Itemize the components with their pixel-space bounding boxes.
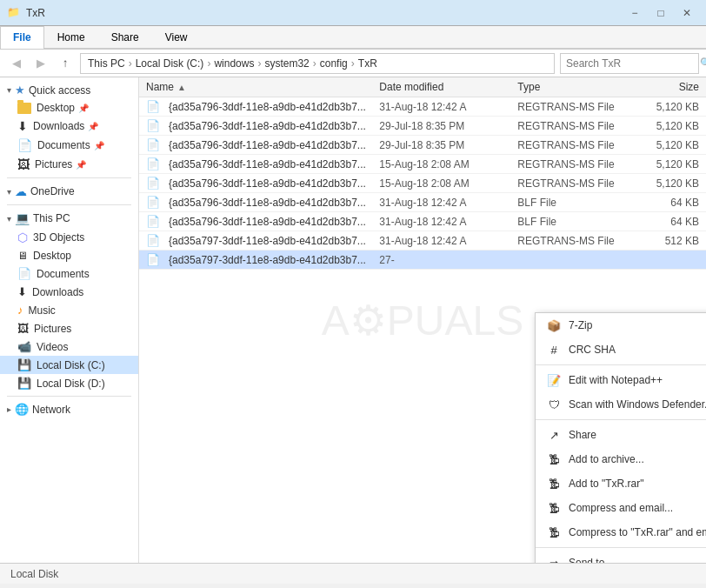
sidebar-item-documents[interactable]: 📄 Documents 📌 <box>0 136 138 155</box>
quick-access-header[interactable]: ▾ ★ Quick access <box>0 81 138 99</box>
context-menu-item-compress_rar_email[interactable]: 🗜 Compress to "TxR.rar" and email <box>536 520 706 545</box>
col-header-name[interactable]: Name ▲ <box>146 81 379 93</box>
path-windows[interactable]: windows <box>214 57 254 70</box>
sidebar-divider-2 <box>7 204 131 205</box>
sidebar-item-pictures[interactable]: 🖼 Pictures 📌 <box>0 155 138 174</box>
back-button[interactable]: ◀ <box>7 54 26 73</box>
sidebar-item-downloads-pc[interactable]: ⬇ Downloads <box>0 283 138 301</box>
path-thispc[interactable]: This PC <box>88 57 125 70</box>
context-menu-item-sendto[interactable]: ➡ Send to ▶ <box>536 551 706 563</box>
file-row[interactable]: 📄 {ad35a796-3ddf-11e8-a9db-e41d2db3b7...… <box>139 97 706 117</box>
file-row[interactable]: 📄 {ad35a797-3ddf-11e8-a9db-e41d2db3b7...… <box>139 231 706 251</box>
forward-button[interactable]: ▶ <box>31 54 50 73</box>
this-pc-header[interactable]: ▾ 💻 This PC <box>0 209 138 228</box>
onedrive-label: OneDrive <box>30 185 75 197</box>
network-header[interactable]: ▸ 🌐 Network <box>0 400 138 418</box>
file-icon: 📄 <box>146 253 160 266</box>
tab-share[interactable]: Share <box>98 26 152 48</box>
quick-access-icon: ★ <box>15 84 25 97</box>
file-size: 5,120 KB <box>630 158 700 170</box>
disk-c-icon: 💾 <box>17 358 31 371</box>
file-date: 27- <box>379 254 517 266</box>
col-header-type[interactable]: Type <box>517 81 629 93</box>
file-type: REGTRANS-MS File <box>517 235 629 247</box>
path-txr[interactable]: TxR <box>358 57 377 70</box>
context-menu-item-scandefender[interactable]: 🛡 Scan with Windows Defender... <box>536 392 706 417</box>
path-config[interactable]: config <box>320 57 348 70</box>
ribbon-tabs: File Home Share View <box>0 26 706 49</box>
file-row[interactable]: 📄 {ad35a796-3ddf-11e8-a9db-e41d2db3b7...… <box>139 117 706 136</box>
file-size: 5,120 KB <box>630 120 700 132</box>
path-sep-5: › <box>351 57 355 70</box>
sidebar-item-localdisk-c[interactable]: 💾 Local Disk (C:) <box>0 356 138 374</box>
col-header-date[interactable]: Date modified <box>379 81 517 93</box>
context-menu-item-share[interactable]: ↗ Share <box>536 423 706 447</box>
sidebar-item-3dobjects[interactable]: ⬡ 3D Objects <box>0 228 138 247</box>
network-label: Network <box>32 404 70 416</box>
sidebar: ▾ ★ Quick access Desktop 📌 ⬇ Downloads 📌… <box>0 77 139 563</box>
context-menu-item-compress_email[interactable]: 🗜 Compress and email... <box>536 496 706 520</box>
context-menu-item-addarchive[interactable]: 🗜 Add to archive... <box>536 447 706 471</box>
file-name: {ad35a796-3ddf-11e8-a9db-e41d2db3b7... <box>169 120 366 132</box>
col-header-size[interactable]: Size <box>630 81 700 93</box>
context-menu-item-addrar[interactable]: 🗜 Add to "TxR.rar" <box>536 471 706 496</box>
sidebar-music-label: Music <box>29 304 56 317</box>
tab-file[interactable]: File <box>0 26 44 49</box>
sidebar-pictures-label: Pictures <box>35 158 72 170</box>
pin-icon-3: 📌 <box>94 141 104 150</box>
file-row[interactable]: 📄 {ad35a797-3ddf-11e8-a9db-e41d2db3b7...… <box>139 251 706 270</box>
onedrive-header[interactable]: ▾ ☁ OneDrive <box>0 182 138 201</box>
context-menu-item-editnotepad[interactable]: 📝 Edit with Notepad++ <box>536 368 706 392</box>
up-button[interactable]: ↑ <box>56 54 75 73</box>
ctx-icon-addarchive: 🗜 <box>546 451 562 467</box>
sidebar-item-desktop-pc[interactable]: 🖥 Desktop <box>0 247 138 264</box>
maximize-button[interactable]: □ <box>649 3 673 23</box>
context-menu-item-crcsha[interactable]: # CRC SHA ▶ <box>536 337 706 362</box>
ctx-icon-compress_email: 🗜 <box>546 500 562 516</box>
tab-view[interactable]: View <box>152 26 201 48</box>
col-size-label: Size <box>679 81 699 93</box>
path-sep-2: › <box>207 57 210 70</box>
sidebar-item-music[interactable]: ♪ Music <box>0 301 138 319</box>
file-size: 64 KB <box>630 197 700 209</box>
file-type: REGTRANS-MS File <box>517 158 629 170</box>
context-menu-separator <box>536 547 706 548</box>
zip-icon: 📦 <box>547 319 561 332</box>
ctx-icon-7zip: 📦 <box>546 317 562 333</box>
search-box[interactable]: 🔍 <box>560 53 699 74</box>
address-path[interactable]: This PC › Local Disk (C:) › windows › sy… <box>80 53 555 74</box>
tab-home[interactable]: Home <box>44 26 98 48</box>
sidebar-desktop-label: Desktop <box>37 102 75 114</box>
status-text: Local Disk <box>10 568 58 580</box>
network-icon: 🌐 <box>15 403 29 416</box>
file-row[interactable]: 📄 {ad35a796-3ddf-11e8-a9db-e41d2db3b7...… <box>139 136 706 155</box>
path-system32[interactable]: system32 <box>264 57 309 70</box>
sidebar-item-documents-pc[interactable]: 📄 Documents <box>0 264 138 283</box>
file-row[interactable]: 📄 {ad35a796-3ddf-11e8-a9db-e41d2db3b7...… <box>139 155 706 174</box>
file-row[interactable]: 📄 {ad35a796-3ddf-11e8-a9db-e41d2db3b7...… <box>139 212 706 231</box>
search-input[interactable] <box>566 57 696 70</box>
path-localdisk[interactable]: Local Disk (C:) <box>136 57 204 70</box>
sidebar-item-localdisk-d[interactable]: 💾 Local Disk (D:) <box>0 374 138 392</box>
onedrive-section: ▾ ☁ OneDrive <box>0 182 138 201</box>
ctx-icon-share: ↗ <box>546 427 562 443</box>
file-row[interactable]: 📄 {ad35a796-3ddf-11e8-a9db-e41d2db3b7...… <box>139 193 706 212</box>
sidebar-item-desktop[interactable]: Desktop 📌 <box>0 99 138 117</box>
address-bar: ◀ ▶ ↑ This PC › Local Disk (C:) › window… <box>0 50 706 77</box>
minimize-button[interactable]: − <box>623 3 647 23</box>
context-menu-item-7zip[interactable]: 📦 7-Zip ▶ <box>536 313 706 337</box>
status-bar: Local Disk <box>0 563 706 584</box>
folder-icon <box>17 103 31 114</box>
close-button[interactable]: ✕ <box>675 3 699 23</box>
music-icon: ♪ <box>17 304 23 317</box>
notepad-icon: 📝 <box>547 374 561 387</box>
send-icon: ➡ <box>549 557 559 564</box>
onedrive-icon: ☁ <box>15 184 27 198</box>
ctx-label-sendto: Send to <box>569 557 706 563</box>
sidebar-item-pictures-pc[interactable]: 🖼 Pictures <box>0 319 138 337</box>
sidebar-item-downloads[interactable]: ⬇ Downloads 📌 <box>0 117 138 136</box>
col-name-label: Name <box>146 81 174 93</box>
disk-d-icon: 💾 <box>17 377 31 390</box>
sidebar-item-videos[interactable]: 📹 Videos <box>0 337 138 356</box>
file-row[interactable]: 📄 {ad35a796-3ddf-11e8-a9db-e41d2db3b7...… <box>139 174 706 193</box>
